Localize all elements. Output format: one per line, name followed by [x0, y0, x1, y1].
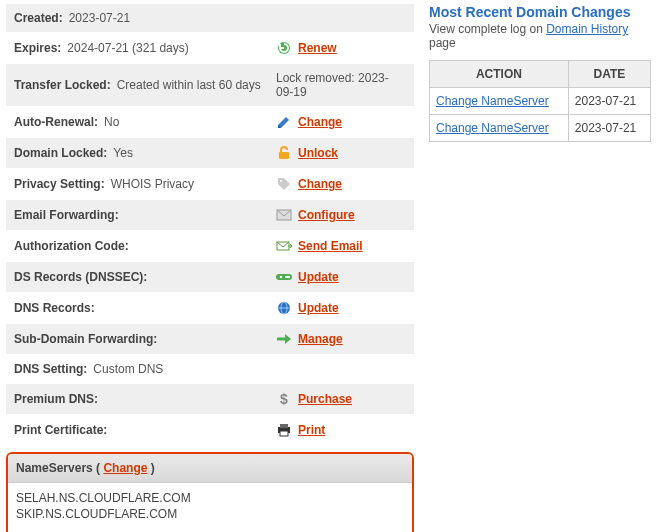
row-label: Transfer Locked:	[14, 78, 111, 92]
row-value: WHOIS Privacy	[111, 177, 194, 191]
row-label: DNS Setting:	[14, 362, 87, 376]
row-label: Email Forwarding:	[14, 208, 119, 222]
row-action: Configure	[276, 207, 406, 223]
action-link[interactable]: Change	[298, 177, 342, 191]
nameservers-header: NameServers ( Change )	[8, 454, 412, 483]
settings-row: Privacy Setting:WHOIS PrivacyChange	[6, 169, 414, 200]
row-value: 2024-07-21 (321 days)	[67, 41, 188, 55]
action-link[interactable]: Print	[298, 423, 325, 437]
settings-row: Sub-Domain Forwarding:Manage	[6, 324, 414, 355]
settings-row: Premium DNS:$Purchase	[6, 384, 414, 415]
row-label: Sub-Domain Forwarding:	[14, 332, 157, 346]
row-label: Authorization Code:	[14, 239, 129, 253]
row-label: Created:	[14, 11, 63, 25]
action-link[interactable]: Purchase	[298, 392, 352, 406]
renew-icon	[276, 40, 292, 56]
history-action-link[interactable]: Change NameServer	[436, 121, 549, 135]
settings-row: Domain Locked:YesUnlock	[6, 138, 414, 169]
row-action: Unlock	[276, 145, 406, 161]
action-link[interactable]: Manage	[298, 332, 343, 346]
history-col-date: DATE	[568, 61, 650, 88]
action-link[interactable]: Configure	[298, 208, 355, 222]
action-link[interactable]: Unlock	[298, 146, 338, 160]
svg-rect-1	[279, 152, 289, 159]
arrow-icon	[276, 331, 292, 347]
mail-send-icon	[276, 238, 292, 254]
row-label: DNS Records:	[14, 301, 95, 315]
row-label: Domain Locked:	[14, 146, 107, 160]
action-link[interactable]: Send Email	[298, 239, 363, 253]
dollar-icon: $	[276, 391, 292, 407]
row-label: DS Records (DNSSEC):	[14, 270, 147, 284]
row-value: Custom DNS	[93, 362, 163, 376]
row-value: No	[104, 115, 119, 129]
history-date: 2023-07-21	[568, 115, 650, 142]
svg-point-2	[280, 180, 282, 182]
row-action: Lock removed: 2023-09-19	[276, 71, 406, 99]
row-label: Print Certificate:	[14, 423, 107, 437]
svg-point-6	[280, 276, 282, 278]
row-value: 2023-07-21	[69, 11, 130, 25]
nameservers-list: SELAH.NS.CLOUDFLARE.COMSKIP.NS.CLOUDFLAR…	[8, 483, 412, 531]
row-action: Renew	[276, 40, 406, 56]
history-row: Change NameServer2023-07-21	[430, 88, 651, 115]
svg-rect-13	[280, 424, 288, 428]
row-action: Update	[276, 300, 406, 316]
row-label: Premium DNS:	[14, 392, 98, 406]
nameserver-entry: SKIP.NS.CLOUDFLARE.COM	[16, 507, 404, 521]
history-sub: View complete log on Domain History page	[429, 22, 651, 50]
row-value: Created within last 60 days	[117, 78, 261, 92]
history-table: ACTION DATE Change NameServer2023-07-21C…	[429, 60, 651, 142]
action-link[interactable]: Renew	[298, 41, 337, 55]
action-link[interactable]: Change	[298, 115, 342, 129]
globe-icon	[276, 300, 292, 316]
svg-rect-7	[285, 276, 290, 278]
action-text: Lock removed: 2023-09-19	[276, 71, 406, 99]
row-action: Print	[276, 422, 406, 438]
history-col-action: ACTION	[430, 61, 569, 88]
row-value: Yes	[113, 146, 133, 160]
row-action: Manage	[276, 331, 406, 347]
action-link[interactable]: Update	[298, 301, 339, 315]
nameservers-box: NameServers ( Change )SELAH.NS.CLOUDFLAR…	[6, 452, 414, 532]
row-label: Privacy Setting:	[14, 177, 105, 191]
row-label: Expires:	[14, 41, 61, 55]
settings-row: DS Records (DNSSEC):Update	[6, 262, 414, 293]
settings-row: Authorization Code:Send Email	[6, 231, 414, 262]
printer-icon	[276, 422, 292, 438]
key-icon	[276, 269, 292, 285]
history-title: Most Recent Domain Changes	[429, 4, 651, 20]
history-action-link[interactable]: Change NameServer	[436, 94, 549, 108]
svg-rect-14	[280, 431, 288, 436]
settings-row: Transfer Locked:Created within last 60 d…	[6, 64, 414, 107]
envelope-icon	[276, 207, 292, 223]
settings-row: DNS Setting:Custom DNS	[6, 355, 414, 384]
history-row: Change NameServer2023-07-21	[430, 115, 651, 142]
action-link[interactable]: Update	[298, 270, 339, 284]
row-label: Auto-Renewal:	[14, 115, 98, 129]
row-action: $Purchase	[276, 391, 406, 407]
settings-row: DNS Records:Update	[6, 293, 414, 324]
pencil-blue-icon	[276, 114, 292, 130]
row-action: Change	[276, 114, 406, 130]
unlock-icon	[276, 145, 292, 161]
tag-icon	[276, 176, 292, 192]
row-action: Update	[276, 269, 406, 285]
nameservers-change-link[interactable]: Change	[103, 461, 147, 475]
row-action: Send Email	[276, 238, 406, 254]
settings-row: Print Certificate:Print	[6, 415, 414, 446]
settings-row: Auto-Renewal:NoChange	[6, 107, 414, 138]
settings-row: Created:2023-07-21	[6, 4, 414, 33]
history-date: 2023-07-21	[568, 88, 650, 115]
settings-row: Expires:2024-07-21 (321 days)Renew	[6, 33, 414, 64]
nameserver-entry: SELAH.NS.CLOUDFLARE.COM	[16, 491, 404, 505]
row-action: Change	[276, 176, 406, 192]
domain-history-link[interactable]: Domain History	[546, 22, 628, 36]
settings-row: Email Forwarding:Configure	[6, 200, 414, 231]
svg-text:$: $	[280, 391, 288, 407]
